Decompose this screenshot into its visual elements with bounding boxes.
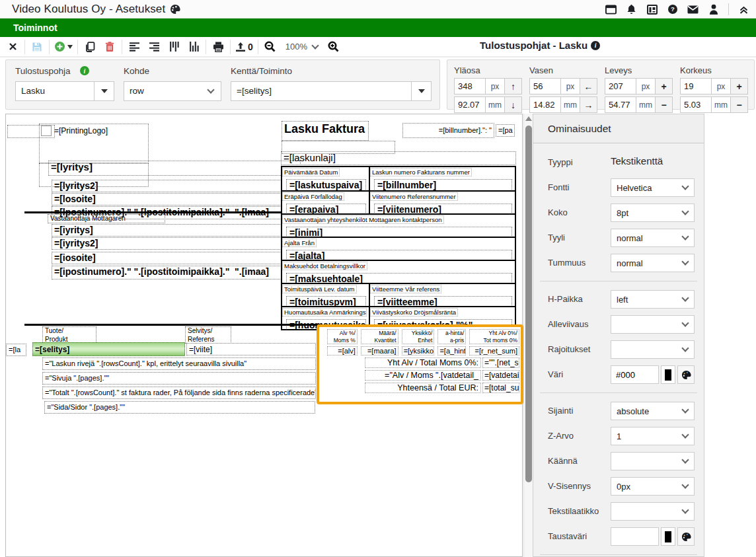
canvas-product-header[interactable]: Tuote/ Produkt <box>42 326 96 344</box>
template-select[interactable]: Lasku <box>15 81 114 101</box>
info-cell-label[interactable]: Ajalta Från <box>282 239 317 247</box>
upload-button[interactable]: 0 <box>233 38 256 56</box>
sum-col-value[interactable]: =[r_net_sum] <box>469 346 519 355</box>
info-cell-label[interactable]: Eräpäivä Förfallodag <box>282 192 344 201</box>
canvas-invoice-info-table[interactable]: Päivämäärä Datum =[laskutuspaiva] Laskun… <box>281 166 516 330</box>
canvas-sender-company[interactable]: =[lyritys] <box>48 161 301 176</box>
sum-total-label[interactable]: Yhteensä / Total EUR: <box>365 383 481 393</box>
font-select[interactable]: Helvetica <box>611 178 695 197</box>
copy-button[interactable] <box>80 38 100 56</box>
sum-total-label[interactable]: ="Alv / Moms ".[vatdetail_ <box>365 370 481 381</box>
canvas-sender-company2[interactable]: =[lyritys2] <box>52 180 299 192</box>
collapse-icon[interactable] <box>738 4 749 15</box>
canvas-recipient-company2[interactable]: =[iyritys2] <box>52 237 299 250</box>
sum-total-label[interactable]: Yht Alv / Total Moms 0%: <box>365 357 481 368</box>
info-cell-label[interactable]: Maksuehdot Betalningsvillkor <box>282 262 367 270</box>
sum-col-value[interactable]: =[yksikko] <box>402 346 435 355</box>
target-select[interactable]: row <box>124 81 221 101</box>
width-decrease-button[interactable]: − <box>656 96 673 113</box>
info-cell-label[interactable]: Vastaanottajan yhteyshenkilöt Mottagaren… <box>282 215 444 224</box>
canvas-note-row[interactable]: ="Totalt ".[rowsCount]." st faktura rade… <box>42 387 316 399</box>
info-cell-value[interactable]: =[maksuehtoale] <box>286 273 512 283</box>
canvas-scrollbar[interactable] <box>523 114 533 557</box>
canvas-note-row[interactable]: ="Sida/Sidor ".[pages]."" <box>44 401 315 414</box>
canvas-row-clip[interactable]: =[la <box>6 344 26 356</box>
menu-toiminnot[interactable]: Toiminnot <box>13 22 57 33</box>
add-button[interactable] <box>52 38 75 56</box>
page-title-info-icon[interactable]: i <box>591 41 600 50</box>
canvas-recipient-address[interactable]: =[iosoite] <box>52 252 299 264</box>
field-select[interactable]: =[selitys] <box>231 81 432 101</box>
canvas-recipient-postal[interactable]: =[ipostinumero]." ".[ipostitoimipaikka].… <box>52 266 299 279</box>
template-select-caret[interactable] <box>94 82 114 100</box>
halign-select[interactable]: left <box>611 290 695 309</box>
sum-col-header[interactable]: Yht Alv 0%/ Tot moms 0% <box>469 329 519 344</box>
weight-select[interactable]: normal <box>611 254 695 272</box>
info-cell-label[interactable]: Toimituspäivä Lev. datum <box>282 285 357 293</box>
align-right-button[interactable] <box>144 38 164 56</box>
align-top-button[interactable] <box>164 38 184 56</box>
left-mm-input[interactable] <box>529 96 561 113</box>
restrictions-select[interactable] <box>611 340 695 359</box>
close-button[interactable] <box>3 38 22 56</box>
width-increase-button[interactable]: + <box>656 78 673 94</box>
rotate-select[interactable] <box>611 452 695 470</box>
sum-col-header[interactable]: Yksikkö/ Enhet <box>402 329 435 344</box>
canvas-sum-highlight-box[interactable]: Alv %/ Moms % Määrä/ Kvantitet Yksikkö/ … <box>317 324 523 404</box>
info-cell-label[interactable]: Viitenumero Referensnummer <box>370 192 458 201</box>
sum-col-value[interactable]: =[maara] <box>361 346 398 355</box>
info-cell-value[interactable]: =[viitteemme] <box>374 296 512 306</box>
move-down-button[interactable]: ↓ <box>505 96 522 113</box>
move-up-button[interactable]: ↑ <box>505 78 522 94</box>
info-cell-label[interactable]: Huomautusaika Anmärkningstid <box>282 308 367 316</box>
sum-col-header[interactable]: Alv %/ Moms % <box>327 329 358 344</box>
info-cell-label[interactable]: Laskun numero Fakturans nummer <box>370 168 472 176</box>
canvas-note-row[interactable]: ="Laskun rivejä ".[rowsCount]." kpl, eri… <box>42 357 316 370</box>
canvas-doc-title[interactable]: Lasku Faktura <box>282 121 369 141</box>
canvas-printing-logo[interactable]: =[PrintingLogo] <box>39 124 149 163</box>
sum-col-value[interactable]: =[alv] <box>327 346 358 355</box>
left-px-input[interactable] <box>529 78 561 94</box>
bgcolor-input[interactable] <box>611 527 659 546</box>
template-canvas[interactable]: =[PrintingLogo] =[lyritys] =[lyritys2] =… <box>5 114 523 557</box>
info-cell-value[interactable]: =[ajalta] <box>286 250 512 260</box>
canvas-selected-field[interactable]: =[selitys] <box>32 342 185 356</box>
field-select-caret[interactable] <box>411 82 431 100</box>
align-left-button[interactable] <box>124 38 144 56</box>
print-button[interactable] <box>208 38 228 56</box>
user-icon[interactable] <box>708 4 719 15</box>
vindent-select[interactable]: 0px <box>611 477 695 496</box>
height-decrease-button[interactable]: − <box>731 96 748 113</box>
size-select[interactable]: 8pt <box>611 204 695 222</box>
info-cell-value[interactable]: =[viitenumero] <box>374 204 512 213</box>
template-info-icon[interactable]: i <box>80 66 89 75</box>
info-cell-value[interactable]: =[erapaiva] <box>286 204 366 213</box>
zindex-select[interactable]: 1 <box>611 427 695 445</box>
canvas-reference-field[interactable]: =[viite] <box>186 343 316 355</box>
height-mm-input[interactable] <box>680 96 712 113</box>
align-bottom-button[interactable] <box>184 38 204 56</box>
delete-button[interactable] <box>100 38 120 56</box>
news-icon[interactable] <box>646 4 658 15</box>
scrollbar-thumb[interactable] <box>525 126 532 482</box>
canvas-recipient-company[interactable]: =[iyritys] <box>52 224 299 237</box>
height-increase-button[interactable]: + <box>731 78 748 94</box>
save-button[interactable] <box>27 38 47 56</box>
scrollbar-up-arrow[interactable] <box>525 116 532 121</box>
color-swatch-button[interactable] <box>661 365 675 384</box>
height-px-input[interactable] <box>680 78 712 94</box>
canvas-bill-header[interactable]: =[billnumber].": " <box>402 123 494 138</box>
canvas-sender-address[interactable]: =[losoite] <box>52 193 299 205</box>
theme-palette-icon[interactable] <box>170 4 180 15</box>
top-mm-input[interactable] <box>454 96 486 113</box>
color-input[interactable] <box>611 365 659 384</box>
info-cell-label[interactable]: Viivästyskorko Dröjsmålsränta <box>370 308 458 316</box>
width-px-input[interactable] <box>605 78 636 94</box>
bgcolor-swatch-button[interactable] <box>661 527 675 546</box>
move-right-button[interactable]: → <box>580 96 597 113</box>
sum-col-header[interactable]: Määrä/ Kvantitet <box>361 329 398 344</box>
sum-total-value[interactable]: ="".[net_sum <box>482 357 519 368</box>
info-cell-value[interactable]: =[toimituspvm] <box>286 296 366 306</box>
info-cell-value[interactable]: =[inimi] <box>286 227 512 237</box>
top-px-input[interactable] <box>454 78 486 94</box>
